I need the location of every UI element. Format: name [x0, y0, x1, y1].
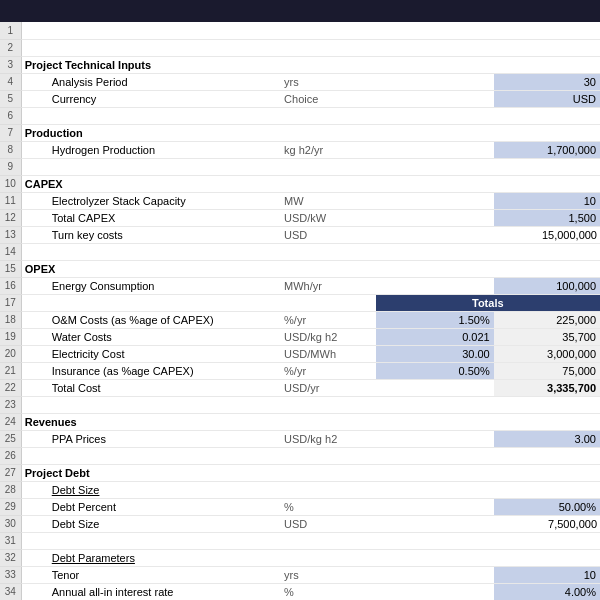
- col-value-d: [494, 243, 600, 260]
- col-value-c[interactable]: 0.021: [376, 328, 494, 345]
- col-unit: [281, 260, 375, 277]
- col-value-d[interactable]: 100,000: [494, 277, 600, 294]
- col-value-d[interactable]: 1,700,000: [494, 141, 600, 158]
- col-value-d: [494, 396, 600, 413]
- row-number: 12: [0, 209, 21, 226]
- col-label: Energy Consumption: [21, 277, 281, 294]
- col-value-c: [376, 549, 494, 566]
- col-unit: kg h2/yr: [281, 141, 375, 158]
- row-number: 4: [0, 73, 21, 90]
- table-row: 10CAPEX: [0, 175, 600, 192]
- col-label: [21, 396, 281, 413]
- col-value-d[interactable]: USD: [494, 90, 600, 107]
- col-label: Debt Percent: [21, 498, 281, 515]
- col-label: PPA Prices: [21, 430, 281, 447]
- col-unit: [281, 107, 375, 124]
- col-value-d: [494, 532, 600, 549]
- table-row: 13Turn key costsUSD15,000,000: [0, 226, 600, 243]
- row-number: 3: [0, 56, 21, 73]
- row-number: 28: [0, 481, 21, 498]
- col-unit: [281, 22, 375, 39]
- col-unit: %: [281, 583, 375, 600]
- col-label: Analysis Period: [21, 73, 281, 90]
- col-label: Insurance (as %age CAPEX): [21, 362, 281, 379]
- col-value-d: 3,335,700: [494, 379, 600, 396]
- row-number: 17: [0, 294, 21, 311]
- col-unit: [281, 243, 375, 260]
- row-number: 1: [0, 22, 21, 39]
- col-label: O&M Costs (as %age of CAPEX): [21, 311, 281, 328]
- table-row: 26: [0, 447, 600, 464]
- col-value-c[interactable]: 0.50%: [376, 362, 494, 379]
- col-value-c: [376, 379, 494, 396]
- table-row: 8Hydrogen Productionkg h2/yr1,700,000: [0, 141, 600, 158]
- table-row: 3Project Technical Inputs: [0, 56, 600, 73]
- col-unit: %/yr: [281, 362, 375, 379]
- table-row: 4Analysis Periodyrs30: [0, 73, 600, 90]
- row-number: 30: [0, 515, 21, 532]
- col-value-d: [494, 175, 600, 192]
- col-value-d: [494, 260, 600, 277]
- table-row: 21Insurance (as %age CAPEX)%/yr0.50%75,0…: [0, 362, 600, 379]
- row-number: 19: [0, 328, 21, 345]
- col-label: Total Cost: [21, 379, 281, 396]
- col-value-d: [494, 158, 600, 175]
- col-value-c: [376, 396, 494, 413]
- row-number: 23: [0, 396, 21, 413]
- col-value-d[interactable]: 3.00: [494, 430, 600, 447]
- col-value-d[interactable]: 50.00%: [494, 498, 600, 515]
- table-row: 24Revenues: [0, 413, 600, 430]
- col-unit: USD/kW: [281, 209, 375, 226]
- spreadsheet: 123Project Technical Inputs4Analysis Per…: [0, 0, 600, 600]
- col-value-c: [376, 209, 494, 226]
- col-label: Debt Parameters: [21, 549, 281, 566]
- col-value-d[interactable]: 1,500: [494, 209, 600, 226]
- col-value-c: [376, 243, 494, 260]
- col-label: Hydrogen Production: [21, 141, 281, 158]
- table-row: 34Annual all-in interest rate%4.00%: [0, 583, 600, 600]
- col-value-d: [494, 481, 600, 498]
- row-number: 9: [0, 158, 21, 175]
- col-value-c: [376, 583, 494, 600]
- col-value-c[interactable]: 1.50%: [376, 311, 494, 328]
- col-value-c[interactable]: 30.00: [376, 345, 494, 362]
- col-value-c: Totals: [376, 294, 600, 311]
- col-value-d: [494, 22, 600, 39]
- col-unit: [281, 532, 375, 549]
- row-number: 25: [0, 430, 21, 447]
- col-value-d[interactable]: 4.00%: [494, 583, 600, 600]
- col-value-d: 225,000: [494, 311, 600, 328]
- col-unit: [281, 464, 375, 481]
- col-value-d[interactable]: 10: [494, 192, 600, 209]
- col-label: Annual all-in interest rate: [21, 583, 281, 600]
- col-unit: %: [281, 498, 375, 515]
- col-value-d: [494, 107, 600, 124]
- col-value-d[interactable]: 10: [494, 566, 600, 583]
- table-row: 15OPEX: [0, 260, 600, 277]
- col-value-c: [376, 481, 494, 498]
- col-unit: yrs: [281, 73, 375, 90]
- col-value-c: [376, 413, 494, 430]
- col-value-d[interactable]: 30: [494, 73, 600, 90]
- col-value-c: [376, 56, 494, 73]
- col-label: Revenues: [21, 413, 281, 430]
- table-row: 5CurrencyChoiceUSD: [0, 90, 600, 107]
- col-unit: [281, 56, 375, 73]
- col-label: [21, 158, 281, 175]
- col-label: [21, 294, 281, 311]
- table-row: 27Project Debt: [0, 464, 600, 481]
- col-value-d: [494, 464, 600, 481]
- col-unit: USD/kg h2: [281, 328, 375, 345]
- col-label: Total CAPEX: [21, 209, 281, 226]
- row-number: 22: [0, 379, 21, 396]
- table-row: 31: [0, 532, 600, 549]
- table-row: 7Production: [0, 124, 600, 141]
- col-label: Turn key costs: [21, 226, 281, 243]
- col-value-c: [376, 141, 494, 158]
- row-number: 8: [0, 141, 21, 158]
- row-number: 6: [0, 107, 21, 124]
- col-value-c: [376, 107, 494, 124]
- table-row: 2: [0, 39, 600, 56]
- col-unit: %/yr: [281, 311, 375, 328]
- col-unit: [281, 124, 375, 141]
